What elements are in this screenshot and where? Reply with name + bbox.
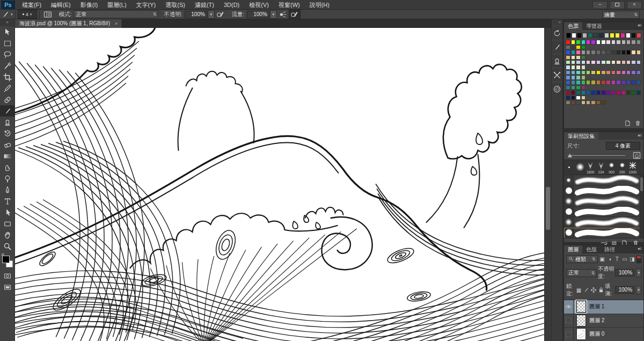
hand-tool[interactable] xyxy=(0,229,14,241)
menu-3d[interactable]: 3D(D) xyxy=(219,0,244,10)
layer-row[interactable]: 圖層 2 xyxy=(564,314,643,328)
color-swatch[interactable] xyxy=(596,70,601,75)
color-swatch[interactable] xyxy=(581,60,586,65)
color-swatch[interactable] xyxy=(621,50,626,55)
minimize-button[interactable]: – xyxy=(592,1,608,9)
color-swatch[interactable] xyxy=(581,80,586,85)
color-swatch[interactable] xyxy=(566,90,570,95)
color-swatch[interactable] xyxy=(576,40,581,45)
rectangle-tool[interactable] xyxy=(0,218,14,229)
color-swatch[interactable] xyxy=(576,75,581,80)
color-swatch[interactable] xyxy=(571,85,576,90)
color-swatch[interactable] xyxy=(566,96,570,100)
flow-input[interactable]: 100% xyxy=(247,11,269,18)
lock-transparency-icon[interactable]: ▦ xyxy=(576,287,581,293)
color-swatch[interactable] xyxy=(601,60,606,65)
color-swatch[interactable] xyxy=(581,55,586,60)
color-swatch[interactable] xyxy=(616,40,621,45)
color-swatch[interactable] xyxy=(581,85,586,90)
color-swatch[interactable] xyxy=(581,65,586,70)
dodge-tool[interactable] xyxy=(0,173,14,184)
brush-stroke-preset[interactable] xyxy=(564,175,643,186)
color-swatch[interactable] xyxy=(571,40,576,45)
tab-navigator[interactable]: 導覽器 xyxy=(582,22,606,30)
panel-menu-icon[interactable]: ▾≡ xyxy=(638,132,643,140)
color-swatch[interactable] xyxy=(626,40,631,45)
recent-color-swatch[interactable] xyxy=(610,33,614,38)
type-tool[interactable] xyxy=(0,195,14,207)
new-swatch-icon[interactable] xyxy=(624,120,631,127)
recent-color-swatch[interactable] xyxy=(598,33,603,38)
color-swatch[interactable] xyxy=(601,100,606,105)
scrollbar-thumb[interactable] xyxy=(546,187,550,230)
layer-visibility-toggle[interactable] xyxy=(564,328,574,341)
brush-preset[interactable]: 200 xyxy=(617,160,627,175)
pressure-size-toggle[interactable] xyxy=(289,10,301,19)
bristle-preview-toggle[interactable] xyxy=(633,151,641,159)
menu-filter[interactable]: 濾鏡(T) xyxy=(190,0,219,10)
color-swatch[interactable] xyxy=(636,80,641,85)
history-panel-icon[interactable] xyxy=(552,26,562,40)
color-swatch[interactable] xyxy=(601,90,606,95)
menu-file[interactable]: 檔案(F) xyxy=(17,0,46,10)
brush-tool-icon[interactable] xyxy=(0,10,11,19)
color-swatch[interactable] xyxy=(571,55,576,60)
gradient-tool[interactable] xyxy=(0,150,14,162)
color-swatch[interactable] xyxy=(586,100,591,105)
color-swatch[interactable] xyxy=(596,80,601,85)
brush-preset[interactable]: 1800 xyxy=(585,160,596,175)
layer-opacity-input[interactable]: 100% xyxy=(615,269,634,277)
recent-color-swatch[interactable] xyxy=(566,33,571,38)
flow-dropdown-button[interactable]: ▾ xyxy=(270,10,277,19)
opacity-input[interactable]: 100% xyxy=(185,11,207,18)
brush-preset[interactable] xyxy=(575,160,586,175)
history-brush-tool[interactable] xyxy=(0,128,14,139)
color-swatch[interactable] xyxy=(631,40,636,45)
canvas-vertical-scrollbar[interactable] xyxy=(544,28,551,341)
quick-mask-button[interactable] xyxy=(0,270,14,281)
color-swatch[interactable] xyxy=(581,40,586,45)
color-swatch[interactable] xyxy=(636,90,641,95)
filter-type-layers-icon[interactable]: T xyxy=(614,256,620,262)
filter-pixel-layers-icon[interactable]: ▣ xyxy=(599,256,605,262)
color-swatch[interactable] xyxy=(581,45,586,50)
magic-wand-tool[interactable] xyxy=(0,60,14,71)
color-swatch[interactable] xyxy=(631,60,636,65)
color-swatch[interactable] xyxy=(576,60,581,65)
color-swatch[interactable] xyxy=(636,50,641,55)
color-swatch[interactable] xyxy=(576,90,581,95)
foreground-color-chip[interactable] xyxy=(2,256,10,263)
brush-stroke-preset[interactable] xyxy=(564,217,643,228)
color-swatch[interactable] xyxy=(621,60,626,65)
brush-preset[interactable]: 1000 xyxy=(627,160,638,175)
filtering-toggle[interactable] xyxy=(636,256,641,263)
color-swatch[interactable] xyxy=(571,100,576,105)
menu-image[interactable]: 影像(I) xyxy=(76,0,103,10)
color-swatch[interactable] xyxy=(611,60,616,65)
pressure-opacity-icon[interactable] xyxy=(215,10,226,19)
color-swatch[interactable] xyxy=(631,70,636,75)
color-swatch[interactable] xyxy=(581,75,586,80)
screen-mode-button[interactable] xyxy=(0,281,14,293)
tab-channels[interactable]: 色版 xyxy=(582,245,601,253)
opacity-dropdown-button[interactable]: ▾ xyxy=(636,269,641,277)
color-swatch[interactable] xyxy=(571,45,576,50)
color-swatch[interactable] xyxy=(621,80,626,85)
brush-presets-title[interactable]: 筆刷預設集 xyxy=(564,132,598,140)
delete-swatch-icon[interactable] xyxy=(634,120,641,127)
color-swatch[interactable] xyxy=(596,100,601,105)
layer-thumbnail[interactable] xyxy=(576,301,586,313)
color-swatch[interactable] xyxy=(596,90,601,95)
color-swatch[interactable] xyxy=(571,96,576,100)
color-swatch[interactable] xyxy=(566,60,570,65)
color-swatch[interactable] xyxy=(601,70,606,75)
spot-healing-brush-tool[interactable] xyxy=(0,94,14,105)
creative-cloud-panel-icon[interactable] xyxy=(552,82,562,96)
color-swatch[interactable] xyxy=(591,60,596,65)
color-swatch[interactable] xyxy=(591,90,596,95)
recent-color-swatch[interactable] xyxy=(620,33,625,38)
color-swatch[interactable] xyxy=(581,70,586,75)
filter-smart-objects-icon[interactable]: ◨ xyxy=(629,256,635,262)
path-selection-tool[interactable] xyxy=(0,207,14,218)
tool-presets-panel-icon[interactable] xyxy=(552,68,562,82)
